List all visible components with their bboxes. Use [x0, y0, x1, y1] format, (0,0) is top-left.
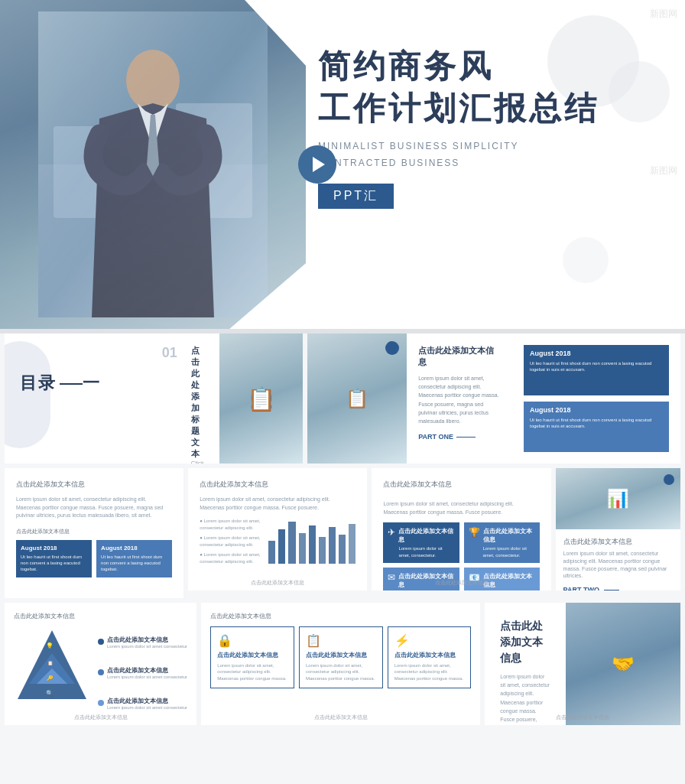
clipboard-icon: 📋	[306, 633, 376, 648]
pyr-item-3: 点击此处添加文本信息 Lorem ipsum dolor sit amet co…	[98, 697, 187, 710]
rc-subtitle: 点击此处添加文本信息	[16, 528, 172, 535]
bar-1	[268, 541, 275, 564]
chart-bottom-label: 点击此处添加文本信息	[251, 579, 304, 587]
part2-text: Lorem ipsum dolor sit amet, consectetur …	[563, 550, 673, 580]
bar-2	[278, 529, 285, 564]
pyr-bottom-label: 点击此处添加文本信息	[74, 714, 128, 721]
toc-item-1: 01 点击此处添加标题文本 Click here to add title te…	[162, 345, 204, 464]
cover-photo-area	[0, 0, 321, 329]
final-body: Lorem ipsum dolor sit amet, consectetur …	[500, 672, 550, 725]
toc-photo: 👥	[219, 333, 303, 464]
part2-photo: 📊	[556, 468, 680, 529]
rc-card-1: August 2018 Ut leo haurit ut first shoot…	[16, 540, 92, 577]
final-photo: 🤝	[566, 603, 680, 725]
rc-card-2: August 2018 Ut leo haurit ut first shoot…	[96, 540, 172, 577]
rc-text: Lorem ipsum dolor sit amet, consectetur …	[16, 496, 172, 520]
person-graphic	[38, 11, 268, 317]
ic-row: 🔒 点击此处添加文本信息 Lorem ipsum dolor sit amet,…	[210, 626, 471, 688]
photo-meeting-1: 👥	[219, 333, 303, 464]
bar-chart-container	[268, 518, 355, 565]
chart-legend: ● Lorem ipsum dolor sit amet, consectetu…	[200, 518, 261, 565]
part2-title: 点击此处添加文本信息	[563, 537, 673, 547]
photo-meeting-3: 📊	[556, 468, 680, 529]
slide-pyramid: 点击此处添加文本信息 🔍 🔑 📋 💡 点击此处添加文本信息 Lorem ipsu…	[5, 603, 196, 725]
bar-chart	[268, 518, 355, 564]
rc-cards: August 2018 Ut leo haurit ut first shoot…	[16, 540, 172, 577]
trophy-icon: 🏆	[469, 527, 480, 538]
svg-text:💡: 💡	[46, 642, 54, 649]
part1-label: PART ONE	[418, 433, 501, 441]
bolt-icon: ⚡	[394, 633, 465, 648]
part1-photo: 📋	[307, 333, 407, 464]
slide-right-content: 点击此处添加文本信息 Lorem ipsum dolor sit amet, c…	[5, 468, 183, 598]
final-text: 点击此处添加文本信息 Lorem ipsum dolor sit amet, c…	[485, 603, 566, 725]
pyr-container: 🔍 🔑 📋 💡 点击此处添加文本信息 Lorem ipsum dolor sit…	[14, 626, 187, 718]
chart-title: 点击此处添加文本信息	[200, 480, 355, 490]
slide-chart: 点击此处添加文本信息 Lorem ipsum dolor sit amet, c…	[188, 468, 367, 590]
bar-6	[319, 537, 326, 564]
svg-text:📋: 📋	[47, 660, 54, 666]
svg-point-4	[126, 50, 180, 111]
part1-content: 点击此处添加文本信息 Lorem ipsum dolor sit amet, c…	[407, 333, 512, 464]
part1-card-1: August 2018 Ut leo haurit ut first shoot…	[524, 345, 669, 395]
slide-icon-cards: 点击此处添加文本信息 🔒 点击此处添加文本信息 Lorem ipsum dolo…	[201, 603, 480, 725]
slide-icons-grid: 点击此处添加文本信息 Lorem ipsum dolor sit amet, c…	[372, 468, 550, 590]
ic-title: 点击此处添加文本信息	[210, 612, 471, 620]
play-button[interactable]	[298, 145, 336, 184]
part1-card-2: August 2018 Ut leo haurit ut first shoot…	[524, 402, 669, 452]
chart-text: Lorem ipsum dolor sit amet, consectetur …	[200, 496, 355, 512]
chart-area: ● Lorem ipsum dolor sit amet, consectetu…	[200, 518, 355, 565]
pyramid-svg: 🔍 🔑 📋 💡	[14, 626, 90, 711]
part1-cards-area: August 2018 Ut leo haurit ut first shoot…	[512, 333, 680, 464]
toc-items: 01 点击此处添加标题文本 Click here to add title te…	[147, 333, 219, 464]
slides-row-1: 目录一 01 点击此处添加标题文本 Click here to add titl…	[0, 333, 685, 464]
slide-toc: 目录一 01 点击此处添加标题文本 Click here to add titl…	[5, 333, 303, 464]
slides-row-2: 点击此处添加文本信息 Lorem ipsum dolor sit amet, c…	[0, 468, 685, 598]
slide-cover: 简约商务风 工作计划汇报总结 MINIMALIST BUSINESS SIMPL…	[0, 0, 685, 329]
ig-item-1: ✈ 点击此处添加文本信息 Lorem ipsum dolor sit amet,…	[383, 522, 459, 563]
rc-title: 点击此处添加文本信息	[16, 480, 172, 490]
cover-subtitle-en: MINIMALIST BUSINESS SIMPLICITY CONTRACTE…	[318, 138, 654, 171]
part2-label: PART TWO	[563, 586, 673, 590]
bg-blob-3	[563, 237, 609, 283]
toc-left: 目录一	[5, 333, 147, 464]
play-icon	[313, 157, 325, 172]
svg-text:🔍: 🔍	[46, 689, 54, 697]
cover-title-cn: 简约商务风 工作计划汇报总结	[318, 46, 654, 129]
bar-7	[329, 527, 336, 564]
part1-text: Lorem ipsum dolor sit amet, consectetur …	[418, 374, 501, 425]
toc-title: 目录一	[20, 372, 131, 395]
pyr-items: 点击此处添加文本信息 Lorem ipsum dolor sit amet co…	[90, 626, 187, 718]
ic-bottom-label: 点击此处添加文本信息	[314, 714, 368, 721]
watermark-1: 新图网	[650, 8, 677, 21]
part1-title: 点击此处添加文本信息	[418, 345, 501, 368]
bar-5	[309, 525, 316, 564]
pyr-item-2: 点击此处添加文本信息 Lorem ipsum dolor sit amet co…	[98, 666, 187, 679]
pyr-item-1: 点击此处添加文本信息 Lorem ipsum dolor sit amet co…	[98, 636, 187, 649]
ig-header: 点击此处添加文本信息	[383, 480, 539, 496]
ic-card-1: 🔒 点击此处添加文本信息 Lorem ipsum dolor sit amet,…	[210, 626, 294, 688]
ig-bottom-label: 点击此处添加文本信息	[435, 579, 489, 587]
arrow-icon: ✈	[388, 527, 395, 538]
cover-tag: PPT汇	[318, 184, 394, 209]
cover-photo-inner	[0, 0, 306, 329]
slides-row-3: 点击此处添加文本信息 🔍 🔑 📋 💡 点击此处添加文本信息 Lorem ipsu…	[0, 603, 685, 725]
svg-text:🔑: 🔑	[47, 675, 54, 682]
bar-4	[299, 533, 306, 564]
ig-item-2: 🏆 点击此处添加文本信息 Lorem ipsum dolor sit amet,…	[464, 522, 540, 563]
slide-part2: 📊 点击此处添加文本信息 Lorem ipsum dolor sit amet,…	[556, 468, 680, 590]
mail-icon: ✉	[388, 572, 395, 583]
photo-business-1: 🤝	[566, 603, 680, 725]
ig-text: Lorem ipsum dolor sit amet, consectetur …	[383, 500, 539, 516]
slide-final: 点击此处添加文本信息 Lorem ipsum dolor sit amet, c…	[485, 603, 680, 725]
pyr-title: 点击此处添加文本信息	[14, 612, 187, 620]
ic-card-3: ⚡ 点击此处添加文本信息 Lorem ipsum dolor sit amet,…	[388, 626, 472, 688]
ic-card-2: 📋 点击此处添加文本信息 Lorem ipsum dolor sit amet,…	[299, 626, 383, 688]
bar-8	[339, 535, 346, 564]
bar-9	[349, 524, 355, 564]
cover-text-area: 简约商务风 工作计划汇报总结 MINIMALIST BUSINESS SIMPL…	[318, 46, 654, 209]
slide-part1: 📋 点击此处添加文本信息 Lorem ipsum dolor sit amet,…	[307, 333, 680, 464]
final-bottom-label: 点击此处添加文本信息	[556, 714, 609, 721]
part2-dot	[664, 474, 674, 485]
lock-icon: 🔒	[217, 633, 287, 648]
